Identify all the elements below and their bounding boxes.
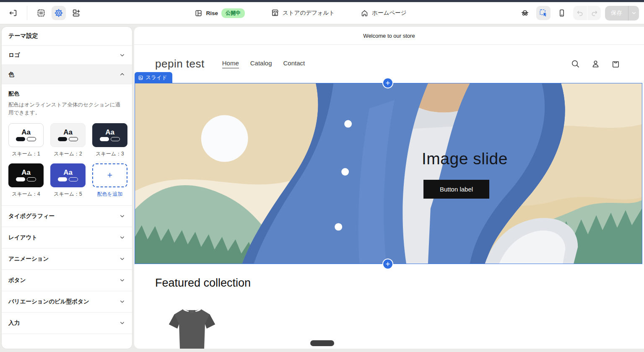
page-selector-label: ホームページ	[372, 9, 406, 17]
scheme-aa-sample: Aa	[63, 129, 73, 136]
nav-catalog[interactable]: Catalog	[250, 60, 272, 68]
color-schemes-panel: 配色 配色はオンラインストア全体のセクションに適用できます。 Aa スキーム：1…	[2, 84, 132, 206]
add-scheme-label: 配色を追加	[97, 191, 122, 198]
scheme-1-label: スキーム：1	[12, 150, 40, 158]
slideshow-icon	[138, 75, 143, 80]
select-section-button[interactable]	[536, 6, 551, 20]
scheme-grid: Aa スキーム：1 Aa スキーム：2 Aa	[8, 123, 125, 198]
theme-editor: Rise 公開中 ストアのデフォルト	[0, 0, 644, 352]
store-nav: Home Catalog Contact	[222, 60, 305, 68]
scheme-aa-sample: Aa	[21, 129, 31, 136]
store-preview: Welcome to our store pepin test Home Cat…	[134, 27, 644, 349]
featured-collection-heading: Featured collection	[155, 277, 251, 290]
announcement-bar[interactable]: Welcome to our store	[134, 27, 644, 45]
sections-icon	[36, 8, 46, 18]
scheme-5-swatch: Aa	[50, 163, 86, 187]
undo-redo-group	[573, 6, 601, 20]
theme-settings-sidebar: テーマ設定 ロゴ 色 配色 配色はオンラインストア全体のセクションに適用できます…	[2, 27, 132, 349]
section-badge[interactable]: スライド	[135, 72, 172, 83]
incognito-icon	[520, 8, 530, 18]
header-icons	[571, 59, 621, 69]
theme-selector-chip[interactable]: Rise 公開中	[195, 8, 245, 18]
sidebar-section-logo[interactable]: ロゴ	[2, 46, 132, 65]
store-name[interactable]: pepin test	[155, 57, 205, 70]
redo-button[interactable]	[587, 6, 601, 20]
exit-icon	[8, 8, 18, 18]
mobile-view-button[interactable]	[555, 6, 569, 20]
add-section-below-button[interactable]	[383, 259, 392, 269]
chevron-down-icon	[119, 256, 125, 262]
cart-icon[interactable]	[611, 59, 621, 69]
toolbar-left	[0, 6, 83, 20]
scheme-pills	[58, 137, 78, 141]
add-section-above-button[interactable]	[383, 78, 392, 88]
preview-scrollbar-thumb[interactable]	[310, 340, 334, 346]
sections-panel-button[interactable]	[34, 6, 48, 20]
chevron-down-icon	[119, 298, 125, 305]
nav-home[interactable]: Home	[222, 60, 239, 68]
mobile-icon	[558, 8, 566, 18]
scheme-3[interactable]: Aa スキーム：3	[92, 123, 127, 158]
preview-inspector-button[interactable]	[518, 6, 532, 20]
add-scheme-card	[92, 163, 127, 187]
scheme-1-swatch: Aa	[8, 123, 44, 147]
scheme-3-label: スキーム：3	[96, 150, 124, 158]
chevron-down-icon	[119, 234, 125, 241]
slide-button[interactable]: Button label	[423, 180, 489, 199]
app-blocks-icon	[72, 8, 81, 18]
toolbar-divider	[27, 6, 27, 20]
scheme-1[interactable]: Aa スキーム：1	[8, 123, 44, 158]
app-embeds-button[interactable]	[69, 6, 83, 20]
scheme-4-swatch: Aa	[8, 163, 44, 187]
section-label: 入力	[8, 319, 20, 327]
scheme-4-label: スキーム：4	[12, 191, 40, 198]
chevron-down-icon	[119, 52, 125, 58]
scheme-aa-sample: Aa	[105, 129, 114, 136]
page-selector-chip[interactable]: ホームページ	[361, 9, 406, 17]
theme-settings-button[interactable]	[52, 6, 66, 20]
theme-status-badge: 公開中	[221, 8, 245, 18]
undo-button[interactable]	[573, 6, 587, 20]
color-schemes-description: 配色はオンラインストア全体のセクションに適用できます。	[8, 101, 125, 117]
sidebar-section-layout[interactable]: レイアウト	[2, 227, 132, 248]
store-default-chip[interactable]: ストアのデフォルト	[271, 9, 335, 17]
storefront-icon	[271, 9, 279, 17]
sidebar-section-color[interactable]: 色	[2, 65, 132, 84]
scheme-5[interactable]: Aa スキーム：5	[50, 163, 86, 198]
section-label: バリエーションのピル型ボタン	[8, 298, 89, 305]
scheme-aa-sample: Aa	[21, 169, 31, 176]
save-menu-button[interactable]	[628, 6, 639, 21]
save-split-button: 保存	[605, 6, 639, 21]
undo-icon	[576, 9, 584, 17]
scheme-2-swatch: Aa	[50, 123, 86, 147]
save-button[interactable]: 保存	[605, 6, 628, 21]
section-badge-label: スライド	[146, 74, 167, 81]
exit-editor-button[interactable]	[6, 6, 20, 20]
scheme-2-label: スキーム：2	[54, 150, 82, 158]
section-label: アニメーション	[8, 255, 49, 263]
scheme-pills	[58, 177, 78, 181]
scheme-5-label: スキーム：5	[54, 191, 82, 198]
scheme-2[interactable]: Aa スキーム：2	[50, 123, 86, 158]
sidebar-section-animation[interactable]: アニメーション	[2, 248, 132, 270]
editor-toolbar: Rise 公開中 ストアのデフォルト	[0, 2, 644, 24]
redo-icon	[590, 9, 598, 17]
sidebar-section-inputs[interactable]: 入力	[2, 313, 132, 334]
store-header: pepin test Home Catalog Contact	[134, 45, 644, 83]
product-image-tshirt[interactable]	[167, 304, 217, 349]
scheme-4[interactable]: Aa スキーム：4	[8, 163, 44, 198]
sidebar-section-variant-pills[interactable]: バリエーションのピル型ボタン	[2, 291, 132, 313]
account-icon[interactable]	[591, 59, 600, 69]
toolbar-center: Rise 公開中 ストアのデフォルト	[83, 8, 518, 18]
add-color-scheme[interactable]: 配色を追加	[92, 163, 127, 198]
scheme-pills	[16, 177, 36, 181]
sidebar-section-buttons[interactable]: ボタン	[2, 270, 132, 291]
section-label: タイポグラフィー	[8, 212, 55, 220]
scheme-pills	[16, 137, 36, 141]
search-icon[interactable]	[571, 59, 580, 69]
slideshow-section[interactable]: Image slide Button label スライド	[135, 83, 642, 264]
sidebar-section-typography[interactable]: タイポグラフィー	[2, 206, 132, 227]
nav-contact[interactable]: Contact	[283, 60, 305, 68]
theme-name: Rise	[206, 10, 218, 16]
color-section-label: 色	[8, 71, 14, 78]
